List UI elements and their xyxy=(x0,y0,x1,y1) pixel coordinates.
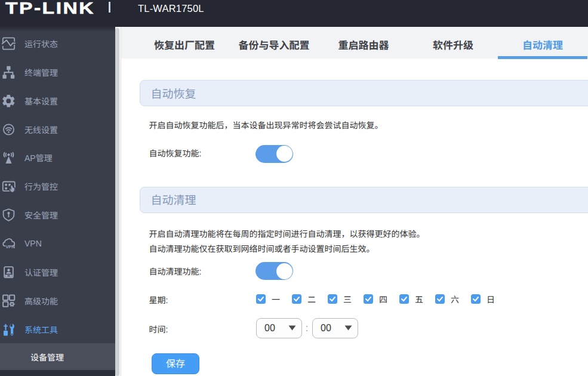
svg-text:VPN: VPN xyxy=(5,244,15,249)
